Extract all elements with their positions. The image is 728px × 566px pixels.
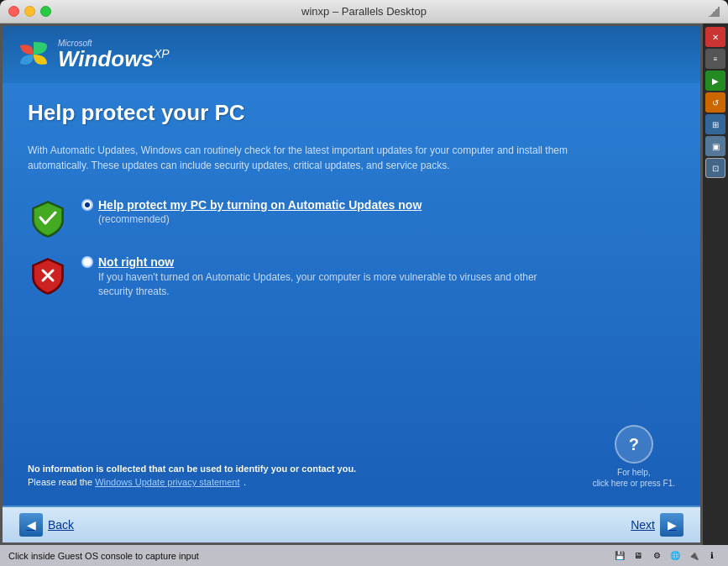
status-icon-info: ℹ (704, 548, 720, 563)
option-auto-update-content: Help protect my PC by turning on Automat… (81, 198, 422, 225)
xp-main: Help protect your PC With Automatic Upda… (3, 83, 700, 506)
privacy-line2: Please read the Windows Update privacy s… (28, 474, 356, 489)
title-bar: winxp – Parallels Desktop (0, 0, 728, 24)
back-label: Back (48, 518, 74, 532)
page-title: Help protect your PC (28, 100, 675, 126)
close-button[interactable] (8, 6, 19, 17)
vm-content: Microsoft WindowsXP Help protect your PC… (0, 24, 703, 545)
next-button[interactable]: Next ▶ (631, 513, 683, 537)
radio-auto-update[interactable] (81, 199, 93, 211)
option-auto-update-sub: (recommended) (98, 213, 422, 225)
sidebar-icon-menu[interactable]: ≡ (705, 49, 725, 69)
description-text: With Automatic Updates, Windows can rout… (28, 143, 599, 173)
status-icon-settings: ⚙ (649, 548, 664, 563)
window-controls[interactable] (8, 6, 51, 17)
sidebar-icon-power[interactable]: ✕ (705, 27, 725, 47)
xp-header: Microsoft WindowsXP (3, 26, 700, 83)
status-icons: 💾 🖥 ⚙ 🌐 🔌 ℹ (612, 548, 720, 563)
nav-bar: ◀ Back Next ▶ (3, 506, 700, 542)
shield-red-icon (28, 255, 68, 296)
privacy-suffix: . (244, 477, 246, 487)
privacy-prefix: Please read the (28, 477, 95, 487)
privacy-link[interactable]: Windows Update privacy statement (95, 477, 239, 487)
option-not-now-content: Not right now If you haven't turned on A… (81, 255, 568, 299)
minimize-button[interactable] (24, 6, 35, 17)
xp-brand: Microsoft WindowsXP (58, 39, 170, 70)
help-text: For help,click here or press F1. (593, 467, 675, 489)
status-icon-display: 🖥 (631, 548, 646, 563)
option-not-now-desc: If you haven't turned on Automatic Updat… (98, 270, 568, 299)
sidebar-icon-fullscreen[interactable]: ⊡ (705, 158, 725, 178)
resize-icon (709, 6, 720, 17)
parallels-sidebar: ✕ ≡ ▶ ↺ ⊞ ▣ ⊡ (703, 24, 728, 545)
sidebar-icon-refresh[interactable]: ↺ (705, 92, 725, 113)
windows-flag-icon (16, 37, 51, 72)
back-arrow-icon: ◀ (19, 513, 43, 537)
sidebar-icon-grid[interactable]: ⊞ (705, 114, 725, 134)
title-bar-right (709, 6, 720, 17)
privacy-line1: No information is collected that can be … (28, 464, 356, 474)
option-group: Help protect my PC by turning on Automat… (28, 198, 675, 417)
option-auto-update-row: Help protect my PC by turning on Automat… (28, 198, 675, 238)
sidebar-icon-play[interactable]: ▶ (705, 71, 725, 91)
status-icon-save: 💾 (612, 548, 627, 563)
privacy-section: No information is collected that can be … (28, 464, 356, 489)
status-bar: Click inside Guest OS console to capture… (0, 545, 728, 566)
radio-not-now[interactable] (81, 256, 93, 268)
next-label: Next (631, 518, 655, 532)
option-not-now-label[interactable]: Not right now (98, 255, 174, 269)
help-section[interactable]: ? For help,click here or press F1. (593, 425, 675, 489)
option-auto-update-label-row: Help protect my PC by turning on Automat… (81, 198, 422, 212)
sidebar-icon-snapshot[interactable]: ▣ (705, 136, 725, 156)
help-icon[interactable]: ? (615, 425, 653, 464)
back-button[interactable]: ◀ Back (19, 513, 74, 537)
xp-logo: Microsoft WindowsXP (16, 37, 170, 72)
status-icon-usb: 🔌 (686, 548, 701, 563)
status-icon-network: 🌐 (668, 548, 683, 563)
next-arrow-icon: ▶ (660, 513, 683, 537)
option-auto-update-label[interactable]: Help protect my PC by turning on Automat… (98, 198, 422, 212)
window-area: Microsoft WindowsXP Help protect your PC… (0, 24, 728, 545)
shield-green-icon (28, 198, 68, 238)
option-not-now-label-row: Not right now (81, 255, 568, 269)
option-not-now-row: Not right now If you haven't turned on A… (28, 255, 675, 299)
windows-label: WindowsXP (58, 48, 170, 70)
window-title: winxp – Parallels Desktop (301, 5, 427, 18)
bottom-info: No information is collected that can be … (28, 417, 675, 489)
status-text: Click inside Guest OS console to capture… (8, 551, 605, 561)
maximize-button[interactable] (40, 6, 51, 17)
